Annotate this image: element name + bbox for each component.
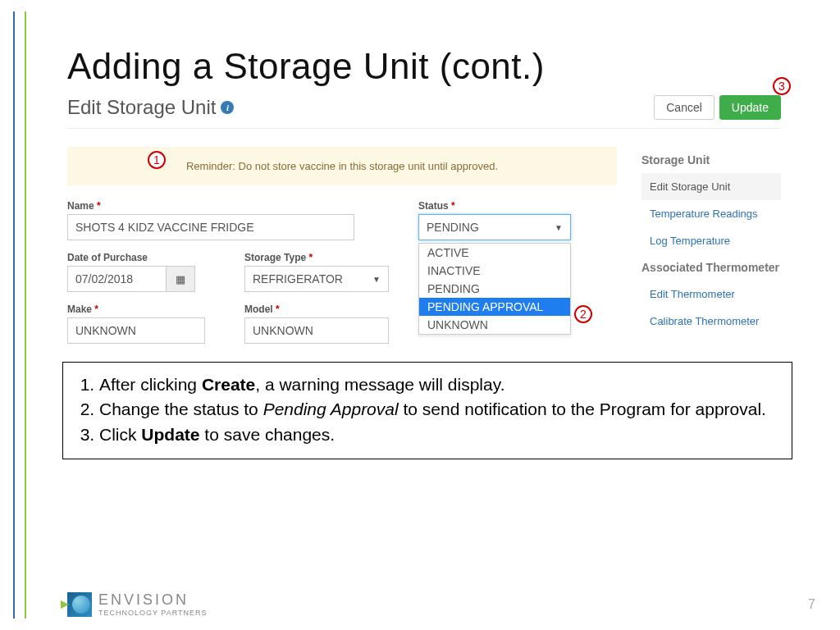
app-header: Edit Storage Unit i Cancel Update: [67, 95, 781, 129]
make-value: UNKNOWN: [75, 324, 136, 337]
app-screenshot: Edit Storage Unit i Cancel Update Remind…: [67, 95, 781, 355]
chevron-down-icon: ▼: [555, 223, 563, 232]
calendar-icon: ▦: [176, 273, 185, 285]
date-value: 07/02/2018: [75, 272, 133, 285]
model-value: UNKNOWN: [253, 324, 313, 337]
date-input-group: 07/02/2018 ▦: [67, 266, 205, 292]
status-label: Status: [418, 200, 571, 212]
date-input[interactable]: 07/02/2018: [67, 266, 166, 292]
callout-2: 2: [574, 305, 592, 323]
instruction-2: Change the status to Pending Approval to…: [99, 397, 777, 422]
page-number: 7: [808, 597, 815, 612]
callout-1: 1: [148, 151, 166, 169]
status-option-active[interactable]: ACTIVE: [419, 244, 570, 262]
type-value: REFRIGERATOR: [253, 272, 343, 285]
sidebar-item-edit-storage[interactable]: Edit Storage Unit: [641, 173, 781, 200]
sidebar-section-storage: Storage Unit: [641, 153, 781, 167]
slide-accent-bars: [13, 11, 26, 619]
sidebar-item-calibrate[interactable]: Calibrate Thermometer: [641, 308, 781, 335]
type-label: Storage Type: [244, 252, 389, 263]
status-option-pending-approval[interactable]: PENDING APPROVAL: [419, 298, 570, 316]
callout-3: 3: [773, 77, 791, 95]
model-input[interactable]: UNKNOWN: [244, 317, 389, 344]
status-option-inactive[interactable]: INACTIVE: [419, 262, 570, 280]
name-input[interactable]: SHOTS 4 KIDZ VACCINE FRIDGE: [67, 214, 354, 240]
sidebar-section-thermometer: Associated Thermometer: [641, 261, 781, 274]
info-icon[interactable]: i: [221, 101, 234, 114]
make-input[interactable]: UNKNOWN: [67, 317, 205, 344]
calendar-button[interactable]: ▦: [166, 266, 195, 292]
cancel-button[interactable]: Cancel: [654, 95, 714, 120]
type-select[interactable]: REFRIGERATOR ▼: [244, 266, 389, 292]
form-area: Reminder: Do not store vaccine in this s…: [67, 147, 617, 355]
panel-title: Edit Storage Unit i: [67, 96, 234, 119]
instruction-1: After clicking Create, a warning message…: [99, 372, 777, 397]
instruction-box: After clicking Create, a warning message…: [62, 362, 792, 459]
make-label: Make: [67, 304, 205, 315]
slide-body: Adding a Storage Unit (cont.) Edit Stora…: [38, 15, 824, 619]
company-logo: ENVISION TECHNOLOGY PARTNERS: [67, 591, 208, 617]
update-button[interactable]: Update: [719, 95, 781, 120]
status-option-pending[interactable]: PENDING: [419, 280, 570, 298]
slide-footer: ENVISION TECHNOLOGY PARTNERS 7: [67, 591, 815, 617]
action-buttons: Cancel Update: [654, 95, 781, 120]
status-value: PENDING: [427, 221, 479, 234]
status-dropdown: ACTIVE INACTIVE PENDING PENDING APPROVAL…: [418, 243, 571, 335]
logo-mark-icon: [67, 592, 92, 617]
model-label: Model: [244, 304, 389, 315]
logo-line2: TECHNOLOGY PARTNERS: [98, 609, 208, 617]
slide-title: Adding a Storage Unit (cont.): [67, 46, 824, 87]
logo-line1: ENVISION: [98, 591, 208, 609]
status-select[interactable]: PENDING ▼: [418, 214, 571, 240]
name-label: Name: [67, 200, 354, 212]
sidebar-item-edit-thermometer[interactable]: Edit Thermometer: [641, 281, 781, 308]
instruction-3: Click Update to save changes.: [99, 422, 777, 447]
logo-text: ENVISION TECHNOLOGY PARTNERS: [98, 591, 208, 617]
sidebar-item-log-temp[interactable]: Log Temperature: [641, 227, 781, 254]
sidebar: Storage Unit Edit Storage Unit Temperatu…: [641, 147, 781, 355]
chevron-down-icon: ▼: [372, 275, 381, 284]
status-option-unknown[interactable]: UNKNOWN: [419, 316, 570, 334]
sidebar-item-temp-readings[interactable]: Temperature Readings: [641, 200, 781, 227]
date-label: Date of Purchase: [67, 252, 205, 263]
app-content: Reminder: Do not store vaccine in this s…: [67, 147, 781, 355]
panel-title-text: Edit Storage Unit: [67, 96, 216, 119]
name-value: SHOTS 4 KIDZ VACCINE FRIDGE: [75, 221, 254, 234]
